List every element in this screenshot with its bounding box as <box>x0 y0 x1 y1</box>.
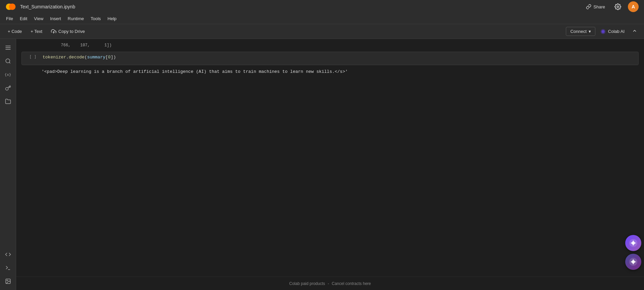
copy-to-drive-label: Copy to Drive <box>58 29 85 34</box>
sidebar-item-scratch[interactable] <box>2 275 14 287</box>
terminal-icon <box>5 265 11 271</box>
notebook-title: Text_Summarization.ipynb <box>20 4 579 9</box>
sidebar-item-files[interactable] <box>2 95 14 107</box>
code-index: 0 <box>108 55 111 60</box>
cell-output: '<pad>Deep learning is a branch of artif… <box>21 68 639 76</box>
menu-edit[interactable]: Edit <box>16 15 31 22</box>
toolbar: + Code + Text Copy to Drive Connect ▾ Co… <box>0 24 644 39</box>
add-code-button[interactable]: + Code <box>4 27 25 36</box>
share-icon <box>586 4 591 9</box>
settings-button[interactable] <box>613 2 623 11</box>
sidebar-item-code-editor[interactable] <box>2 248 14 260</box>
footer: Colab paid products - Cancel contracts h… <box>16 277 644 290</box>
sidebar-item-variables[interactable]: {x} <box>2 68 14 81</box>
cell-area: 766, 107, 1]) [ ] tokenizer.decode(summa… <box>16 39 644 277</box>
sidebar: {x} <box>0 39 16 290</box>
user-avatar[interactable]: A <box>628 1 639 12</box>
main-layout: {x} <box>0 39 644 290</box>
copy-to-drive-button[interactable]: Copy to Drive <box>47 27 89 36</box>
add-code-label: + Code <box>8 29 22 34</box>
sidebar-item-search[interactable] <box>2 55 14 67</box>
sidebar-item-toc[interactable] <box>2 42 14 54</box>
image-icon <box>5 278 11 284</box>
add-text-label: + Text <box>31 29 42 34</box>
pre-output: 766, 107, 1]) <box>21 42 639 49</box>
menu-help[interactable]: Help <box>104 15 120 22</box>
cancel-contracts-link[interactable]: Cancel contracts here <box>332 281 371 286</box>
cloud-icon <box>51 29 56 34</box>
code-method: decode <box>69 55 85 60</box>
title-bar: Text_Summarization.ipynb Share A <box>0 0 644 13</box>
menu-runtime[interactable]: Runtime <box>64 15 87 22</box>
colab-logo-icon <box>5 1 16 12</box>
empty-space <box>21 76 639 210</box>
cell-execution-count: [ ] <box>26 55 43 59</box>
svg-line-11 <box>9 62 10 63</box>
svg-point-6 <box>601 30 604 33</box>
code-cell[interactable]: [ ] tokenizer.decode(summary[0]) <box>21 52 639 65</box>
add-text-button[interactable]: + Text <box>27 27 46 36</box>
colab-ai-label: Colab AI <box>608 29 625 34</box>
gemini-icon-2 <box>629 257 638 267</box>
title-bar-actions: Share A <box>583 1 639 12</box>
folder-icon <box>5 98 11 104</box>
menu-file[interactable]: File <box>3 15 16 22</box>
share-label: Share <box>593 4 605 9</box>
sidebar-item-terminal[interactable] <box>2 262 14 274</box>
notebook-content: 766, 107, 1]) [ ] tokenizer.decode(summa… <box>16 39 644 290</box>
menu-insert[interactable]: Insert <box>47 15 64 22</box>
colab-ai-button[interactable]: Colab AI <box>597 27 628 36</box>
table-of-contents-icon <box>5 44 11 51</box>
menu-view[interactable]: View <box>31 15 47 22</box>
share-button[interactable]: Share <box>583 3 608 11</box>
colab-ai-icon <box>600 29 606 35</box>
gemini-icon-1 <box>629 238 638 248</box>
menu-bar: File Edit View Insert Runtime Tools Help <box>0 13 644 24</box>
cell-code[interactable]: tokenizer.decode(summary[0]) <box>43 55 634 60</box>
sidebar-item-secrets[interactable] <box>2 82 14 94</box>
code-function: tokenizer <box>43 55 66 60</box>
key-icon <box>5 85 11 91</box>
variables-label: {x} <box>5 72 11 77</box>
connect-label: Connect <box>570 29 586 34</box>
connect-dropdown-icon: ▾ <box>589 29 591 34</box>
gemini-floating-button-2[interactable] <box>625 254 641 270</box>
footer-separator: - <box>328 281 329 286</box>
connect-button[interactable]: Connect ▾ <box>566 27 595 36</box>
chevron-up-icon <box>632 28 637 34</box>
paid-products-label[interactable]: Colab paid products <box>289 281 325 286</box>
svg-point-14 <box>7 280 7 281</box>
collapse-button[interactable] <box>629 27 640 36</box>
svg-point-2 <box>9 3 12 10</box>
gemini-floating-button-1[interactable] <box>625 235 641 251</box>
floating-buttons <box>625 235 641 270</box>
output-text: '<pad>Deep learning is a branch of artif… <box>42 69 348 74</box>
svg-point-10 <box>6 59 10 63</box>
code-icon <box>5 251 11 257</box>
svg-point-3 <box>617 6 619 8</box>
search-icon <box>5 58 11 64</box>
menu-tools[interactable]: Tools <box>87 15 104 22</box>
gear-icon <box>614 3 621 10</box>
code-var: summary <box>87 55 106 60</box>
